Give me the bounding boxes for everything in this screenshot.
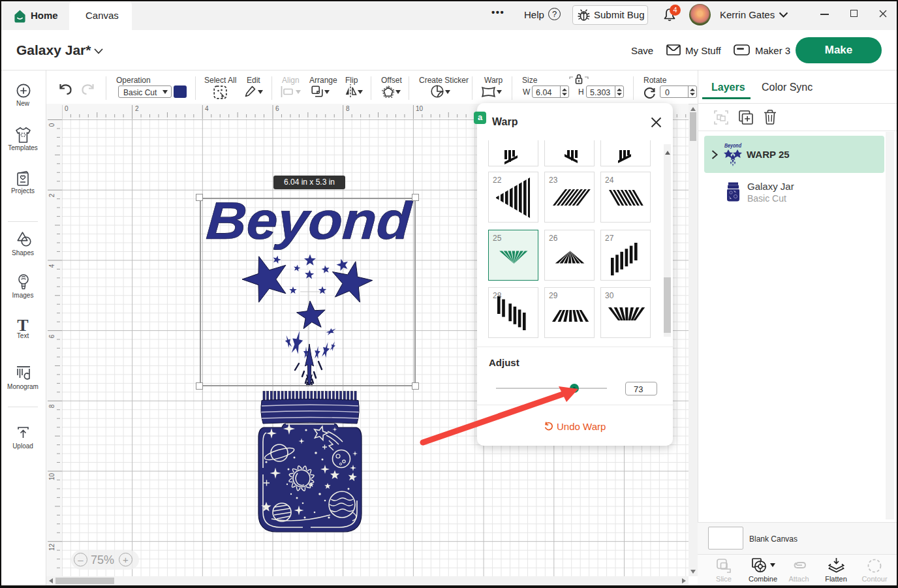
svg-text:Beyond: Beyond	[724, 142, 741, 149]
